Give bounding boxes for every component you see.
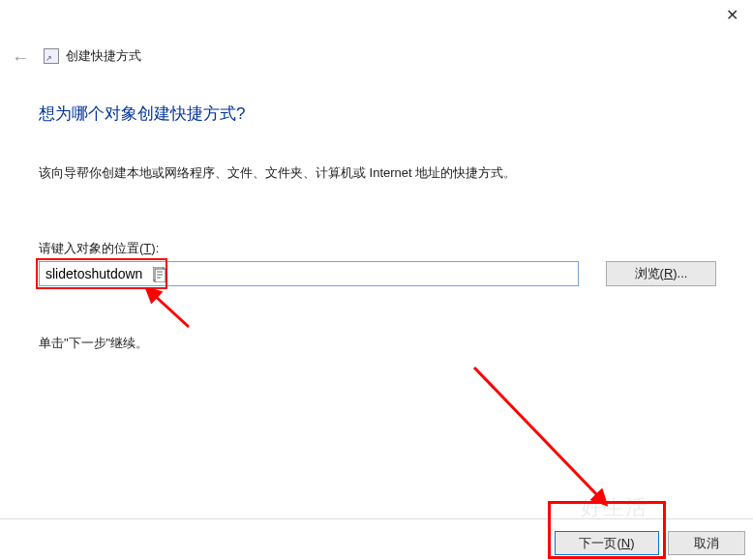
browse-prefix: 浏览( bbox=[635, 266, 664, 280]
browse-suffix: )... bbox=[673, 266, 687, 280]
page-heading: 想为哪个对象创建快捷方式? bbox=[39, 103, 245, 125]
location-input-label: 请键入对象的位置(T): bbox=[39, 240, 159, 257]
svg-line-6 bbox=[153, 294, 189, 327]
label-suffix: ): bbox=[151, 241, 159, 255]
back-button[interactable]: ← bbox=[12, 48, 29, 69]
next-button[interactable]: 下一页(N) bbox=[555, 531, 659, 555]
description-text: 该向导帮你创建本地或网络程序、文件、文件夹、计算机或 Internet 地址的快… bbox=[39, 164, 516, 182]
cancel-button[interactable]: 取消 bbox=[668, 531, 745, 555]
footer-divider bbox=[0, 518, 753, 519]
wizard-title: 创建快捷方式 bbox=[66, 47, 141, 65]
continue-instruction: 单击"下一步"继续。 bbox=[39, 335, 148, 352]
close-button[interactable]: ✕ bbox=[726, 8, 738, 23]
browse-button[interactable]: 浏览(R)... bbox=[606, 261, 716, 286]
svg-line-8 bbox=[474, 368, 600, 498]
location-input[interactable] bbox=[39, 261, 579, 286]
next-hotkey: N bbox=[621, 536, 630, 550]
annotation-arrow-input bbox=[145, 288, 203, 337]
next-prefix: 下一页( bbox=[579, 536, 620, 550]
label-prefix: 请键入对象的位置( bbox=[39, 241, 143, 255]
next-suffix: ) bbox=[630, 536, 634, 550]
browse-hotkey: R bbox=[664, 266, 673, 280]
shortcut-wizard-icon: ↗ bbox=[44, 48, 59, 64]
annotation-arrow-next bbox=[465, 358, 658, 532]
